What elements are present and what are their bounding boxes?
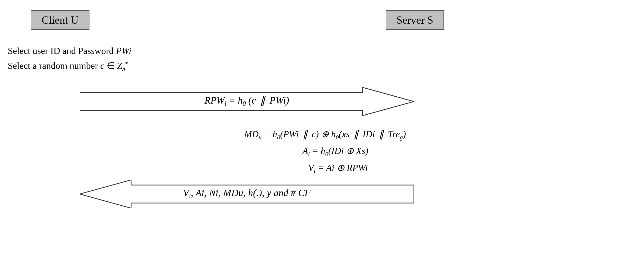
zn-superscript: * bbox=[125, 60, 128, 67]
server-line1: MDu = h0(PWi ‖ c) ⊕ h0(xs ‖ IDi ‖ Treg) bbox=[244, 126, 406, 143]
client-line1: Select user ID and Password PWi bbox=[8, 44, 131, 59]
server-line3: Vi = Ai ⊕ RPWi bbox=[244, 160, 406, 176]
client-label: Client U bbox=[42, 14, 79, 26]
client-line2-italic: c bbox=[100, 61, 104, 71]
client-line1-prefix: Select user ID and Password bbox=[8, 46, 116, 56]
arrow-right-formula: RPWi = h0 (c ‖ PWi) bbox=[204, 95, 289, 106]
client-side-text: Select user ID and Password PWi Select a… bbox=[8, 44, 131, 74]
server-label: Server S bbox=[396, 14, 433, 26]
client-line2: Select a random number c ∈ Zn* bbox=[8, 59, 131, 74]
diagram-container: Client U Server S Select user ID and Pas… bbox=[0, 0, 644, 257]
arrow-left-label: Vi, Ai, Ni, MDu, h(.), y and # CF bbox=[183, 187, 311, 200]
zn-subscript: n bbox=[122, 66, 125, 72]
server-computations: MDu = h0(PWi ‖ c) ⊕ h0(xs ‖ IDi ‖ Treg) … bbox=[244, 126, 406, 176]
client-line2-prefix: Select a random number bbox=[8, 61, 100, 71]
arrow-right-label: RPWi = h0 (c ‖ PWi) bbox=[204, 95, 289, 107]
server-line2: Ai = h0(IDi ⊕ Xs) bbox=[244, 143, 406, 159]
client-line2-set: ∈ Zn* bbox=[104, 61, 128, 71]
arrow-left-container: Vi, Ai, Ni, MDu, h(.), y and # CF bbox=[80, 180, 414, 208]
arrow-right-container: RPWi = h0 (c ‖ PWi) bbox=[80, 87, 414, 116]
client-box: Client U bbox=[31, 10, 89, 30]
server-box: Server S bbox=[386, 10, 444, 30]
client-line1-italic: PWi bbox=[116, 46, 131, 56]
arrow-left-formula: Vi, Ai, Ni, MDu, h(.), y and # CF bbox=[183, 187, 311, 198]
